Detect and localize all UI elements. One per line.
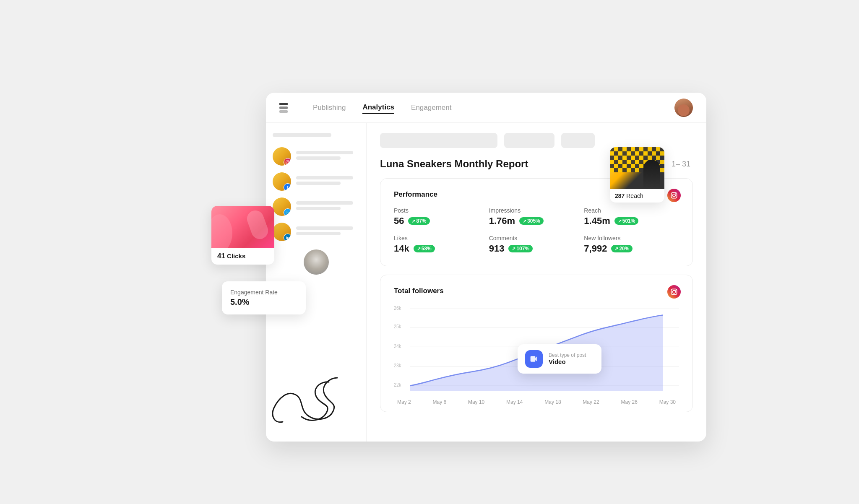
svg-point-2: [289, 161, 289, 161]
list-item[interactable]: 🐦: [273, 197, 359, 216]
metric-label: Reach: [584, 207, 679, 214]
float-reach-image: [610, 147, 664, 189]
video-icon: [525, 350, 543, 368]
float-clicks-label: 41 Clicks: [211, 248, 274, 265]
metric-reach: Reach 1.45m 501%: [584, 207, 679, 226]
instagram-icon: [667, 189, 681, 202]
metric-new-followers: New followers 7,992 20%: [584, 235, 679, 254]
metric-posts: Posts 56 87%: [394, 207, 489, 226]
metric-value: 7,992: [584, 243, 607, 254]
metric-label: Posts: [394, 207, 489, 214]
chart-label: May 26: [621, 399, 638, 405]
svg-point-7: [673, 291, 676, 294]
report-date-range: 1– 31: [672, 160, 690, 168]
svg-text:22k: 22k: [394, 382, 401, 387]
float-reach-label: 287 Reach: [610, 189, 664, 203]
chart-x-labels: May 2 May 6 May 10 May 14 May 18 May 22 …: [394, 396, 679, 412]
metric-badge: 20%: [611, 245, 633, 252]
sidebar-item-lines: [296, 176, 359, 187]
sidebar-avatar-instagram: [273, 147, 291, 166]
sidebar-item-lines: [296, 226, 359, 237]
float-clicks-text: Clicks: [227, 252, 245, 260]
list-item[interactable]: in: [273, 223, 359, 241]
metric-likes: Likes 14k 58%: [394, 235, 489, 254]
engagement-rate-value: 5.0%: [230, 297, 297, 307]
list-item[interactable]: [273, 147, 359, 166]
instagram-badge: [284, 158, 291, 166]
svg-rect-3: [671, 192, 677, 198]
metric-value: 913: [489, 243, 505, 254]
tab-engagement[interactable]: Engagement: [411, 102, 451, 114]
chart-label: May 30: [659, 399, 676, 405]
svg-text:26k: 26k: [394, 306, 401, 311]
chart-label: May 22: [583, 399, 599, 405]
float-engagement-card: Engagement Rate 5.0%: [222, 281, 306, 314]
float-reach-value: 287: [615, 192, 625, 199]
sidebar-item-lines: [296, 201, 359, 212]
svg-rect-0: [286, 161, 289, 164]
skeleton-row: [380, 133, 693, 148]
chart-label: May 14: [506, 399, 523, 405]
metric-comments: Comments 913 107%: [489, 235, 584, 254]
best-post-value: Video: [549, 358, 566, 365]
tab-publishing[interactable]: Publishing: [313, 102, 346, 114]
metric-label: Likes: [394, 235, 489, 242]
metric-badge: 501%: [614, 217, 639, 225]
float-clicks-image: [211, 206, 274, 248]
metric-label: New followers: [584, 235, 679, 242]
best-post-info: Best type of post Video: [549, 352, 586, 366]
metric-value: 56: [394, 216, 404, 226]
instagram-icon-2: [667, 285, 681, 299]
svg-marker-20: [535, 356, 536, 361]
avatar[interactable]: [674, 99, 693, 117]
svg-rect-6: [671, 289, 677, 294]
metric-value: 14k: [394, 243, 409, 254]
report-title: Luna Sneakers Monthly Report: [380, 158, 528, 170]
linkedin-badge: in: [284, 234, 291, 241]
engagement-rate-label: Engagement Rate: [230, 289, 297, 296]
skeleton-block: [380, 133, 497, 148]
chart-label: May 10: [468, 399, 484, 405]
svg-text:25k: 25k: [394, 324, 401, 330]
list-item[interactable]: f: [273, 172, 359, 191]
chart-label: May 2: [397, 399, 411, 405]
best-post-label: Best type of post: [549, 352, 586, 358]
float-clicks-value: 41: [217, 252, 225, 260]
sidebar-avatar-facebook: f: [273, 172, 291, 191]
main-app-card: Publishing Analytics Engagement: [266, 93, 706, 442]
metric-label: Comments: [489, 235, 584, 242]
app-logo: [279, 103, 288, 113]
followers-title: Total followers: [394, 287, 679, 295]
float-reach-text: Reach: [626, 192, 643, 199]
svg-point-8: [675, 290, 676, 291]
float-best-post-card: Best type of post Video: [518, 344, 601, 374]
svg-text:23k: 23k: [394, 363, 401, 368]
metric-badge: 107%: [508, 245, 533, 252]
followers-card: Total followers: [380, 275, 693, 412]
main-nav: Publishing Analytics Engagement: [266, 93, 706, 123]
svg-point-1: [287, 161, 289, 163]
facebook-badge: f: [284, 183, 291, 191]
sidebar-search-skeleton: [273, 133, 331, 137]
float-reach-card: 287 Reach: [610, 147, 664, 203]
skeleton-block: [561, 133, 595, 148]
sidebar-item-lines: [296, 151, 359, 162]
twitter-badge: 🐦: [284, 208, 291, 216]
tab-analytics[interactable]: Analytics: [362, 101, 394, 114]
svg-text:24k: 24k: [394, 343, 401, 349]
sidebar-avatar-linkedin: in: [273, 223, 291, 241]
float-clicks-card: 41 Clicks: [211, 206, 274, 265]
chart-label: May 18: [544, 399, 561, 405]
metric-impressions: Impressions 1.76m 305%: [489, 207, 584, 226]
performance-grid: Posts 56 87% Impressions 1.76m 305%: [394, 207, 679, 254]
chart-label: May 6: [432, 399, 446, 405]
metric-label: Impressions: [489, 207, 584, 214]
metric-badge: 87%: [408, 217, 430, 225]
svg-point-5: [675, 193, 676, 194]
svg-rect-19: [531, 356, 536, 361]
sidebar-avatar-twitter: 🐦: [273, 197, 291, 216]
svg-point-4: [673, 194, 676, 197]
metric-value: 1.76m: [489, 216, 515, 226]
metric-value: 1.45m: [584, 216, 610, 226]
sidebar-profile: [304, 249, 329, 275]
